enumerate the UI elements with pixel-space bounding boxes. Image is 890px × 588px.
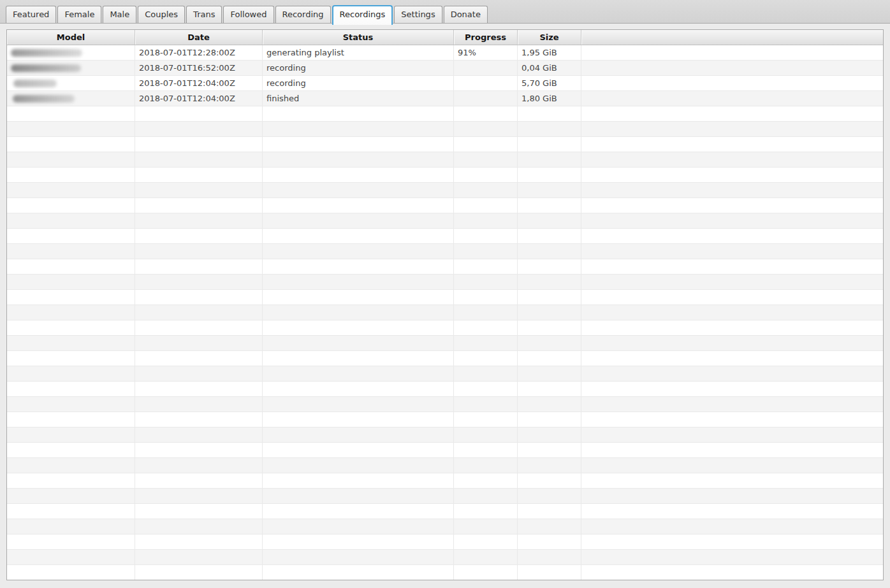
progress-cell <box>454 76 518 90</box>
tab-bar: Featured Female Male Couples Trans Follo… <box>0 0 890 24</box>
filler-cell <box>581 76 883 90</box>
redacted-model-name <box>13 80 57 87</box>
table-header-row: Model Date Status Progress Size <box>7 30 883 45</box>
tab-couples[interactable]: Couples <box>138 6 185 23</box>
table-row[interactable]: 2018-07-01T12:04:00Z finished 1,80 GiB <box>7 91 883 106</box>
column-header-progress[interactable]: Progress <box>454 30 518 45</box>
column-header-size[interactable]: Size <box>518 30 581 45</box>
tab-donate[interactable]: Donate <box>444 6 488 23</box>
column-header-status[interactable]: Status <box>263 30 454 45</box>
progress-cell: 91% <box>454 45 518 60</box>
status-cell: recording <box>263 76 454 90</box>
column-header-filler <box>581 30 883 45</box>
filler-cell <box>581 61 883 75</box>
model-cell <box>7 61 135 75</box>
redacted-model-name <box>13 95 75 103</box>
tab-followed[interactable]: Followed <box>223 6 274 23</box>
app-window: Featured Female Male Couples Trans Follo… <box>0 0 890 588</box>
date-cell: 2018-07-01T12:04:00Z <box>135 91 263 106</box>
status-cell: finished <box>263 91 454 106</box>
tab-trans[interactable]: Trans <box>186 6 222 23</box>
recordings-table: Model Date Status Progress Size 2018-07-… <box>6 29 884 580</box>
progress-cell <box>454 61 518 75</box>
tab-female[interactable]: Female <box>57 6 101 23</box>
filler-cell <box>581 91 883 106</box>
model-cell <box>7 91 135 106</box>
redacted-model-name <box>11 49 82 57</box>
date-cell: 2018-07-01T12:28:00Z <box>135 45 263 60</box>
table-body: 2018-07-01T12:28:00Z generating playlist… <box>7 45 883 580</box>
date-cell: 2018-07-01T16:52:00Z <box>135 61 263 75</box>
size-cell: 5,70 GiB <box>518 76 581 90</box>
size-cell: 1,80 GiB <box>518 91 581 106</box>
column-header-model[interactable]: Model <box>7 30 135 45</box>
size-cell: 1,95 GiB <box>518 45 581 60</box>
redacted-model-name <box>11 64 81 72</box>
tab-male[interactable]: Male <box>103 6 136 23</box>
tab-settings[interactable]: Settings <box>394 6 442 23</box>
table-row[interactable]: 2018-07-01T12:04:00Z recording 5,70 GiB <box>7 76 883 91</box>
table-row[interactable]: 2018-07-01T16:52:00Z recording 0,04 GiB <box>7 61 883 76</box>
status-cell: generating playlist <box>263 45 454 60</box>
tab-recordings[interactable]: Recordings <box>332 5 393 25</box>
table-row[interactable]: 2018-07-01T12:28:00Z generating playlist… <box>7 45 883 61</box>
progress-cell <box>454 91 518 106</box>
empty-rows-area <box>7 106 883 580</box>
tab-recording[interactable]: Recording <box>275 6 331 23</box>
date-cell: 2018-07-01T12:04:00Z <box>135 76 263 90</box>
model-cell <box>7 45 135 60</box>
size-cell: 0,04 GiB <box>518 61 581 75</box>
model-cell <box>7 76 135 90</box>
status-cell: recording <box>263 61 454 75</box>
tab-featured[interactable]: Featured <box>6 6 56 23</box>
column-header-date[interactable]: Date <box>135 30 263 45</box>
filler-cell <box>581 45 883 60</box>
